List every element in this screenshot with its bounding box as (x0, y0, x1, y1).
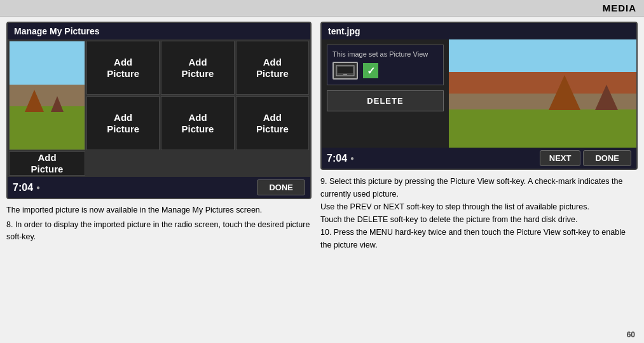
screen-footer-right: 7:04 ● NEXT DONE (322, 148, 636, 169)
done-button-left[interactable]: DONE (257, 179, 305, 195)
picture-cell-5[interactable]: AddPicture (161, 96, 234, 150)
screen-title: Manage My Pictures (8, 23, 310, 39)
svg-rect-2 (343, 74, 347, 75)
picture-cell-2[interactable]: AddPicture (161, 41, 234, 95)
left-description: The imported picture is now available in… (6, 204, 312, 242)
picture-cell-main[interactable] (9, 41, 85, 150)
footer-buttons-right: NEXT DONE (540, 150, 631, 166)
time-value-left: 7:04 (13, 182, 33, 193)
left-column: Manage My Pictures AddPicture AddPicture… (6, 22, 312, 251)
left-desc-para2: 8. In order to display the imported pict… (6, 219, 312, 243)
add-picture-label-5: AddPicture (182, 112, 214, 135)
tent-detail-screen: tent.jpg This image set as Picture View (320, 22, 638, 170)
header-title: MEDIA (603, 3, 636, 13)
picture-view-box: This image set as Picture View ✓ (327, 45, 444, 85)
detail-right-panel (449, 39, 636, 148)
delete-button[interactable]: DELETE (327, 90, 444, 111)
right-desc-1: 9. Select this picture by pressing the P… (320, 175, 638, 200)
screen-title-right: tent.jpg (322, 23, 636, 39)
svg-rect-1 (338, 67, 353, 73)
time-display-left: 7:04 ● (13, 182, 40, 193)
screen-svg (336, 65, 355, 76)
add-picture-label-1: AddPicture (107, 57, 139, 80)
left-desc-para1: The imported picture is now available in… (6, 204, 312, 216)
add-picture-label-4: AddPicture (107, 112, 139, 135)
picture-cell-1[interactable]: AddPicture (86, 41, 160, 95)
main-content: Manage My Pictures AddPicture AddPicture… (0, 17, 644, 256)
picture-view-text: This image set as Picture View (332, 50, 428, 58)
next-button[interactable]: NEXT (540, 150, 581, 166)
right-desc-2: Use the PREV or NEXT soft-key to step th… (320, 200, 638, 213)
detail-image (449, 39, 636, 148)
time-display-right: 7:04 ● (327, 153, 354, 164)
add-picture-label-6: AddPicture (256, 112, 289, 135)
checkmark-icon: ✓ (363, 63, 378, 78)
time-value-right: 7:04 (327, 153, 347, 164)
add-picture-label-3: AddPicture (256, 57, 289, 80)
detail-screen-body: This image set as Picture View ✓ (322, 39, 636, 148)
done-button-right[interactable]: DONE (583, 150, 631, 166)
page-number: 60 (627, 330, 635, 339)
right-desc-4: 10. Press the MENU hard-key twice and th… (320, 226, 638, 251)
detail-left-panel: This image set as Picture View ✓ (322, 39, 449, 148)
checkmark-area: ✓ (332, 62, 438, 80)
header: MEDIA (0, 0, 644, 17)
picture-grid: AddPicture AddPicture AddPicture AddPict… (8, 39, 310, 177)
tent-image (10, 41, 85, 150)
picture-cell-4[interactable]: AddPicture (86, 96, 160, 150)
right-description: 9. Select this picture by pressing the P… (320, 175, 638, 251)
picture-cell-3[interactable]: AddPicture (236, 41, 309, 95)
right-column: tent.jpg This image set as Picture View (320, 22, 638, 251)
add-picture-label-7: AddPicture (31, 152, 64, 175)
mini-screen-icon (332, 62, 358, 80)
picture-cell-7[interactable]: AddPicture (9, 151, 85, 176)
screen-footer-left: 7:04 ● DONE (8, 177, 310, 198)
signal-icon-left: ● (36, 184, 40, 191)
manage-pictures-screen: Manage My Pictures AddPicture AddPicture… (6, 22, 312, 199)
signal-icon-right: ● (350, 155, 354, 162)
add-picture-label-2: AddPicture (182, 57, 214, 80)
picture-cell-6[interactable]: AddPicture (236, 96, 309, 150)
right-desc-3: Touch the DELETE soft-key to delete the … (320, 213, 638, 226)
